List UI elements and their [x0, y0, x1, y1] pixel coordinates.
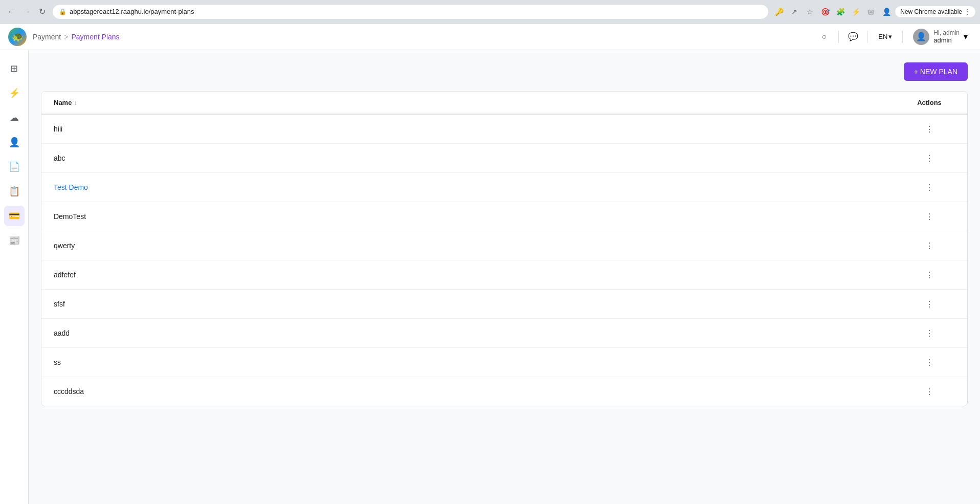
- app-container: 🐢 Payment > Payment Plans ○ 💬 EN ▾ 👤 Hi,…: [0, 24, 980, 504]
- star-icon-btn[interactable]: ☆: [803, 5, 817, 19]
- home-icon: ⊞: [10, 63, 18, 74]
- table-row: Test Demo ⋮: [41, 173, 967, 202]
- action-menu-button[interactable]: ⋮: [922, 268, 937, 282]
- table-row: ss ⋮: [41, 348, 967, 377]
- sidebar-item-home[interactable]: ⊞: [4, 58, 25, 79]
- sort-icon[interactable]: ↕: [74, 99, 77, 106]
- sidebar-item-payment[interactable]: 💳: [4, 206, 25, 226]
- avatar: 👤: [913, 29, 929, 45]
- report-icon: 📰: [9, 235, 20, 246]
- breadcrumb-separator: >: [64, 33, 68, 41]
- key-icon-btn[interactable]: 🔑: [772, 5, 786, 19]
- column-actions-header: Actions: [904, 99, 955, 106]
- row-name-cell: cccddsda: [54, 387, 904, 396]
- document2-icon: 📋: [9, 186, 20, 197]
- new-chrome-button[interactable]: New Chrome available ⋮: [895, 6, 976, 18]
- table-row: cccddsda ⋮: [41, 377, 967, 406]
- top-nav-right: ○ 💬 EN ▾ 👤 Hi, admin admin ▾: [816, 27, 972, 47]
- action-menu-button[interactable]: ⋮: [922, 384, 937, 399]
- sidebar-item-document2[interactable]: 📋: [4, 181, 25, 202]
- main-layout: ⊞ ⚡ ☁ 👤 📄 📋 💳 📰: [0, 50, 980, 504]
- action-menu-button[interactable]: ⋮: [922, 209, 937, 224]
- new-chrome-menu-icon: ⋮: [964, 8, 970, 15]
- action-menu-button[interactable]: ⋮: [922, 326, 937, 340]
- row-actions-cell: ⋮: [904, 355, 955, 369]
- table-header: Name ↕ Actions: [41, 92, 967, 115]
- row-actions-cell: ⋮: [904, 122, 955, 136]
- sidebar-item-analytics[interactable]: ⚡: [4, 83, 25, 103]
- row-name-cell: adfefef: [54, 271, 904, 279]
- breadcrumb: Payment > Payment Plans: [33, 33, 810, 41]
- row-name-cell: Test Demo: [54, 183, 904, 191]
- column-name-header: Name ↕: [54, 99, 904, 106]
- table-row: qwerty ⋮: [41, 231, 967, 260]
- row-name-cell: DemoTest: [54, 212, 904, 221]
- sidebar-item-document1[interactable]: 📄: [4, 157, 25, 177]
- action-menu-button[interactable]: ⋮: [922, 122, 937, 136]
- ext1-icon-btn[interactable]: 🎯: [818, 5, 832, 19]
- share-icon-btn[interactable]: ↗: [787, 5, 801, 19]
- action-menu-button[interactable]: ⋮: [922, 297, 937, 311]
- row-actions-cell: ⋮: [904, 297, 955, 311]
- user-greeting: Hi, admin: [933, 29, 960, 36]
- main-content: + NEW PLAN Name ↕ Actions hiii ⋮: [29, 50, 980, 504]
- sidebar-item-user[interactable]: 👤: [4, 132, 25, 152]
- row-name-cell: ss: [54, 358, 904, 366]
- user-info[interactable]: 👤 Hi, admin admin ▾: [909, 27, 972, 47]
- lock-icon: 🔒: [59, 8, 66, 15]
- row-actions-cell: ⋮: [904, 151, 955, 165]
- profile-icon-btn[interactable]: 👤: [879, 5, 894, 19]
- user-text: Hi, admin admin: [933, 29, 960, 44]
- ext2-icon-btn[interactable]: 🧩: [833, 5, 848, 19]
- nav-divider-3: [902, 31, 903, 43]
- payment-icon: 💳: [9, 210, 20, 222]
- table-row: adfefef ⋮: [41, 260, 967, 290]
- action-menu-button[interactable]: ⋮: [922, 180, 937, 194]
- top-nav: 🐢 Payment > Payment Plans ○ 💬 EN ▾ 👤 Hi,…: [0, 24, 980, 50]
- table-row: hiii ⋮: [41, 115, 967, 144]
- table-row: abc ⋮: [41, 144, 967, 173]
- row-name-cell: sfsf: [54, 300, 904, 308]
- user-icon: 👤: [9, 137, 20, 148]
- lang-dropdown-icon: ▾: [888, 33, 892, 40]
- row-actions-cell: ⋮: [904, 268, 955, 282]
- language-selector[interactable]: EN ▾: [874, 31, 896, 42]
- table-row: DemoTest ⋮: [41, 202, 967, 231]
- analytics-icon: ⚡: [9, 87, 20, 99]
- toolbar: + NEW PLAN: [41, 62, 968, 81]
- app-logo: 🐢: [8, 28, 27, 46]
- cloud-icon: ☁: [10, 112, 19, 123]
- row-actions-cell: ⋮: [904, 209, 955, 224]
- user-dropdown-icon: ▾: [964, 32, 968, 41]
- nav-divider-2: [867, 31, 868, 43]
- ext4-icon-btn[interactable]: ⊞: [864, 5, 878, 19]
- action-menu-button[interactable]: ⋮: [922, 151, 937, 165]
- nav-divider: [838, 31, 839, 43]
- new-chrome-label: New Chrome available: [900, 8, 962, 15]
- forward-button[interactable]: →: [19, 5, 34, 19]
- payment-plans-table: Name ↕ Actions hiii ⋮ abc ⋮ Test Demo ⋮: [41, 91, 968, 406]
- row-name-cell: qwerty: [54, 242, 904, 250]
- row-actions-cell: ⋮: [904, 384, 955, 399]
- name-col-label: Name: [54, 99, 72, 106]
- new-plan-label: + NEW PLAN: [914, 68, 957, 76]
- address-bar[interactable]: 🔒 abpstagereact12.raaghu.io/payment-plan…: [52, 4, 769, 19]
- table-rows-container: hiii ⋮ abc ⋮ Test Demo ⋮ DemoTest ⋮ qwer…: [41, 115, 967, 406]
- back-button[interactable]: ←: [4, 5, 18, 19]
- breadcrumb-current: Payment Plans: [71, 33, 119, 41]
- action-menu-button[interactable]: ⋮: [922, 238, 937, 253]
- action-menu-button[interactable]: ⋮: [922, 355, 937, 369]
- sidebar-item-cloud[interactable]: ☁: [4, 107, 25, 128]
- row-name-cell: hiii: [54, 125, 904, 133]
- row-actions-cell: ⋮: [904, 238, 955, 253]
- search-button[interactable]: ○: [816, 29, 832, 45]
- row-name-cell: aadd: [54, 329, 904, 337]
- url-text: abpstagereact12.raaghu.io/payment-plans: [70, 8, 194, 15]
- row-name-cell: abc: [54, 154, 904, 162]
- reload-button[interactable]: ↻: [35, 5, 49, 19]
- breadcrumb-parent: Payment: [33, 33, 61, 41]
- sidebar-item-report[interactable]: 📰: [4, 230, 25, 251]
- new-plan-button[interactable]: + NEW PLAN: [904, 62, 968, 81]
- ext3-icon-btn[interactable]: ⚡: [849, 5, 863, 19]
- messages-button[interactable]: 💬: [845, 29, 861, 45]
